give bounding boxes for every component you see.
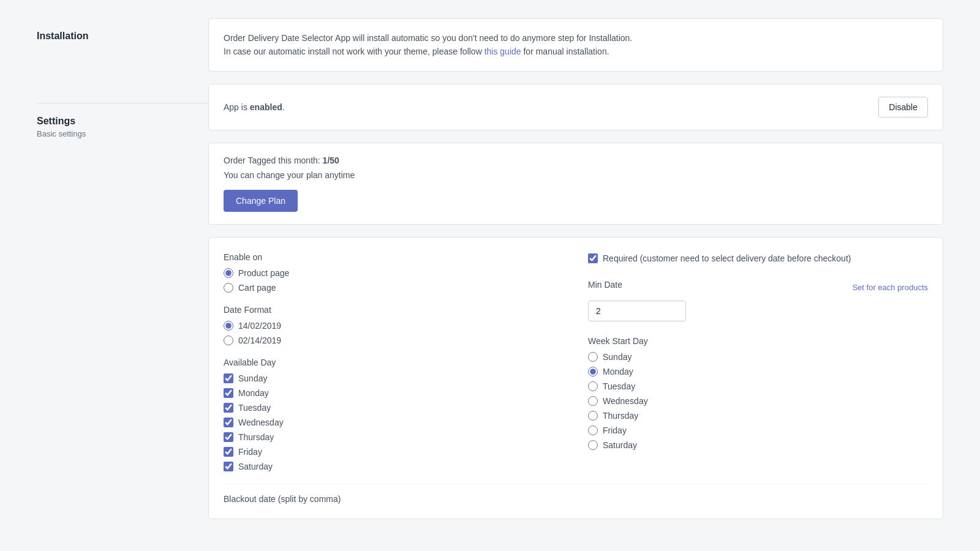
week-thursday-radio[interactable] bbox=[588, 411, 598, 421]
date-format-1-option[interactable]: 14/02/2019 bbox=[224, 321, 564, 331]
min-date-section: Min Date Set for each products ▲ ▼ bbox=[588, 280, 928, 321]
date-format-label: Date Format bbox=[224, 305, 564, 315]
date-format-2-radio[interactable] bbox=[224, 335, 233, 345]
tuesday-checkbox[interactable] bbox=[224, 403, 233, 413]
wednesday-checkbox-item[interactable]: Wednesday bbox=[224, 418, 564, 427]
min-date-label: Min Date bbox=[588, 280, 622, 290]
week-monday-radio[interactable] bbox=[588, 367, 598, 377]
installation-card: Order Delivery Date Selector App will in… bbox=[208, 18, 943, 72]
week-start-day-label: Week Start Day bbox=[588, 336, 928, 346]
week-monday-option[interactable]: Monday bbox=[588, 367, 928, 377]
basic-settings-link[interactable]: Basic settings bbox=[37, 129, 208, 138]
week-friday-radio[interactable] bbox=[588, 425, 598, 435]
tuesday-checkbox-item[interactable]: Tuesday bbox=[224, 403, 564, 413]
settings-section-title: Settings bbox=[37, 116, 208, 127]
blackout-date-section: Blackout date (split by comma) bbox=[224, 484, 928, 504]
min-date-input[interactable] bbox=[589, 301, 686, 321]
friday-checkbox[interactable] bbox=[224, 447, 233, 457]
change-plan-button[interactable]: Change Plan bbox=[224, 190, 298, 212]
week-wednesday-option[interactable]: Wednesday bbox=[588, 396, 928, 406]
week-tuesday-option[interactable]: Tuesday bbox=[588, 381, 928, 391]
this-guide-link[interactable]: this guide bbox=[484, 47, 521, 56]
app-status-row: App is enabled. Disable bbox=[224, 97, 928, 118]
cart-page-radio[interactable] bbox=[224, 283, 233, 293]
enable-on-section: Enable on Product page Cart page bbox=[224, 252, 564, 293]
app-status-card: App is enabled. Disable bbox=[208, 84, 943, 130]
enable-on-radio-group: Product page Cart page bbox=[224, 268, 564, 293]
installation-description: Order Delivery Date Selector App will in… bbox=[224, 31, 928, 59]
min-date-input-wrapper: ▲ ▼ bbox=[588, 301, 686, 321]
monday-checkbox[interactable] bbox=[224, 388, 233, 398]
enable-on-label: Enable on bbox=[224, 252, 564, 262]
required-checkbox[interactable] bbox=[588, 253, 598, 263]
date-format-1-radio[interactable] bbox=[224, 321, 233, 331]
installation-section-title: Installation bbox=[37, 31, 208, 42]
settings-form-card: Enable on Product page Cart page bbox=[208, 237, 943, 519]
blackout-date-label: Blackout date (split by comma) bbox=[224, 494, 928, 504]
wednesday-checkbox[interactable] bbox=[224, 418, 233, 427]
min-date-header: Min Date Set for each products bbox=[588, 280, 928, 296]
week-saturday-option[interactable]: Saturday bbox=[588, 440, 928, 450]
available-day-section: Available Day Sunday Monday bbox=[224, 358, 564, 471]
date-format-2-option[interactable]: 02/14/2019 bbox=[224, 335, 564, 345]
cart-page-option[interactable]: Cart page bbox=[224, 283, 564, 293]
monday-checkbox-item[interactable]: Monday bbox=[224, 388, 564, 398]
week-sunday-radio[interactable] bbox=[588, 352, 598, 362]
plan-change-text: You can change your plan anytime bbox=[224, 170, 928, 180]
available-day-label: Available Day bbox=[224, 358, 564, 367]
available-day-checkboxes: Sunday Monday Tuesday bbox=[224, 373, 564, 471]
required-section: Required (customer need to select delive… bbox=[588, 252, 928, 265]
set-for-each-link[interactable]: Set for each products bbox=[852, 283, 928, 292]
week-thursday-option[interactable]: Thursday bbox=[588, 411, 928, 421]
product-page-radio[interactable] bbox=[224, 268, 233, 278]
thursday-checkbox-item[interactable]: Thursday bbox=[224, 432, 564, 442]
date-format-section: Date Format 14/02/2019 02/14/2019 bbox=[224, 305, 564, 345]
week-start-day-section: Week Start Day Sunday Monday bbox=[588, 336, 928, 450]
saturday-checkbox[interactable] bbox=[224, 462, 233, 471]
friday-checkbox-item[interactable]: Friday bbox=[224, 447, 564, 457]
product-page-option[interactable]: Product page bbox=[224, 268, 564, 278]
sunday-checkbox-item[interactable]: Sunday bbox=[224, 373, 564, 383]
saturday-checkbox-item[interactable]: Saturday bbox=[224, 462, 564, 471]
order-tagged-text: Order Tagged this month: 1/50 bbox=[224, 156, 928, 165]
week-start-day-radio-group: Sunday Monday Tuesday bbox=[588, 352, 928, 450]
sunday-checkbox[interactable] bbox=[224, 373, 233, 383]
date-format-radio-group: 14/02/2019 02/14/2019 bbox=[224, 321, 564, 345]
week-wednesday-radio[interactable] bbox=[588, 396, 598, 406]
week-tuesday-radio[interactable] bbox=[588, 381, 598, 391]
plan-card: Order Tagged this month: 1/50 You can ch… bbox=[208, 143, 943, 225]
disable-button[interactable]: Disable bbox=[878, 97, 928, 118]
thursday-checkbox[interactable] bbox=[224, 432, 233, 442]
required-label: Required (customer need to select delive… bbox=[603, 252, 851, 265]
week-saturday-radio[interactable] bbox=[588, 440, 598, 450]
week-friday-option[interactable]: Friday bbox=[588, 425, 928, 435]
week-sunday-option[interactable]: Sunday bbox=[588, 352, 928, 362]
app-status-text: App is enabled. bbox=[224, 102, 285, 112]
